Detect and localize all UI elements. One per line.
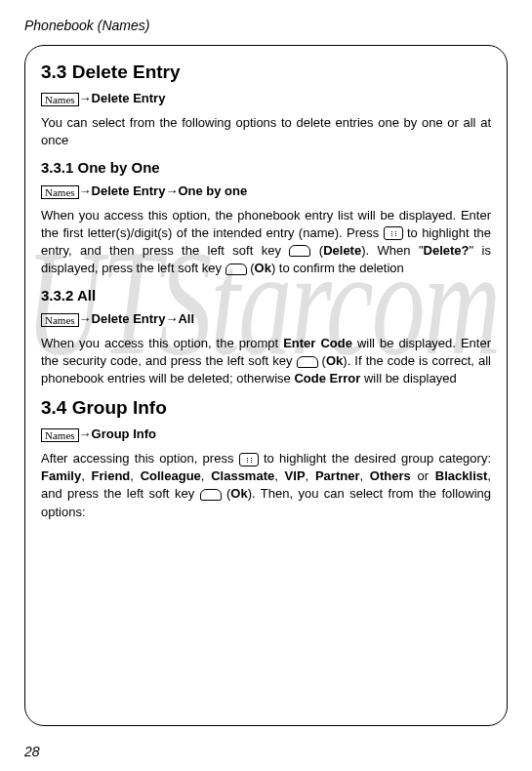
text: ( <box>222 486 231 501</box>
section-3-4-body: After accessing this option, press to hi… <box>41 450 491 521</box>
bold-ok: Ok <box>230 486 247 501</box>
bold-delete-q: Delete? <box>424 243 470 258</box>
bold-friend: Friend <box>92 468 131 483</box>
bold-blacklist: Blacklist <box>435 468 487 483</box>
names-icon: Names <box>41 428 79 442</box>
bold-family: Family <box>41 468 81 483</box>
nav-mid: Delete Entry <box>92 311 166 326</box>
text: ) to confirm the deletion <box>271 261 404 275</box>
bold-vip: VIP <box>285 468 306 483</box>
text: , <box>201 468 211 483</box>
bold-partner: Partner <box>315 468 360 483</box>
text: , <box>306 468 315 483</box>
text: will be displayed <box>360 371 456 386</box>
text: ). When " <box>361 243 423 258</box>
bold-classmate: Classmate <box>211 468 274 483</box>
text: , <box>130 468 140 483</box>
content: 3.3 Delete Entry Names→Delete Entry You … <box>41 61 491 521</box>
text: After accessing this option, press <box>41 451 239 466</box>
text: When you access this option, the prompt <box>41 336 283 350</box>
section-3-3-intro: You can select from the following option… <box>41 114 491 149</box>
nav-arrow: → <box>165 183 178 198</box>
nav-arrow: → <box>79 91 92 105</box>
page-number: 28 <box>24 744 40 759</box>
text: ( <box>318 353 326 368</box>
nav-arrow: → <box>165 311 178 326</box>
bold-colleague: Colleague <box>141 468 201 483</box>
text: , <box>274 468 284 483</box>
nav-key-icon <box>239 453 259 467</box>
names-icon: Names <box>41 93 79 106</box>
nav-path-all: Names→Delete Entry→All <box>41 311 491 327</box>
section-3-3-1-body: When you access this option, the phonebo… <box>41 207 491 278</box>
bold-others: Others <box>370 468 411 483</box>
section-3-3-1-heading: 3.3.1 One by One <box>41 159 491 176</box>
nav-key-icon <box>384 226 403 240</box>
names-icon: Names <box>41 313 79 327</box>
nav-arrow: → <box>79 426 92 441</box>
nav-target: Group Info <box>92 426 156 441</box>
nav-path-delete-entry: Names→Delete Entry <box>41 91 491 106</box>
soft-key-icon <box>225 264 247 275</box>
soft-key-icon <box>289 245 310 257</box>
nav-mid: Delete Entry <box>92 183 166 198</box>
nav-target: One by one <box>178 183 247 198</box>
text: , <box>81 468 91 483</box>
text: ( <box>247 261 255 275</box>
bold-ok: Ok <box>326 353 343 368</box>
bold-enter-code: Enter Code <box>283 336 352 350</box>
bold-code-error: Code Error <box>294 371 360 386</box>
names-icon: Names <box>41 185 79 199</box>
section-3-3-2-body: When you access this option, the prompt … <box>41 335 491 388</box>
nav-path-group-info: Names→Group Info <box>41 426 491 442</box>
page-header: Phonebook (Names) <box>24 18 508 33</box>
section-3-3-2-heading: 3.3.2 All <box>41 287 491 304</box>
text: or <box>411 468 435 483</box>
text: , <box>359 468 369 483</box>
nav-arrow: → <box>79 183 92 198</box>
bold-ok: Ok <box>255 261 271 275</box>
text: to highlight the desired group category: <box>259 451 491 466</box>
nav-target: All <box>178 311 194 326</box>
soft-key-icon <box>200 489 222 501</box>
nav-target: Delete Entry <box>92 91 166 105</box>
soft-key-icon <box>297 356 318 368</box>
nav-path-one-by-one: Names→Delete Entry→One by one <box>41 183 491 199</box>
bold-delete: Delete <box>323 243 361 258</box>
nav-arrow: → <box>79 311 92 326</box>
section-3-3-heading: 3.3 Delete Entry <box>41 61 491 83</box>
content-frame: UTStarcom 3.3 Delete Entry Names→Delete … <box>24 45 508 726</box>
section-3-4-heading: 3.4 Group Info <box>41 397 491 419</box>
text: ( <box>310 243 323 258</box>
